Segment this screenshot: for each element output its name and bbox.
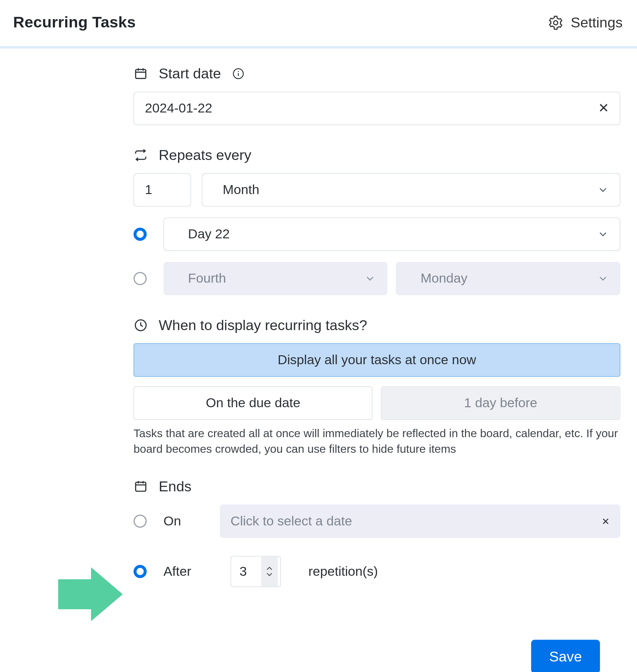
- display-option-day-before[interactable]: 1 day before: [381, 387, 620, 420]
- ends-on-date-input[interactable]: Click to select a date ✕: [220, 505, 620, 538]
- display-option-all-at-once[interactable]: Display all your tasks at once now: [133, 343, 620, 377]
- info-icon[interactable]: [232, 67, 245, 80]
- svg-rect-1: [136, 69, 146, 78]
- ends-after-radio[interactable]: [133, 565, 146, 578]
- display-option-all-at-once-label: Display all your tasks at once now: [278, 352, 476, 368]
- ends-after-label: After: [163, 564, 203, 580]
- repeat-by-ordinal-radio[interactable]: [133, 272, 146, 285]
- pointer-arrow-icon: [58, 564, 124, 624]
- ends-label: Ends: [159, 478, 192, 495]
- display-option-due-date-label: On the due date: [206, 395, 301, 411]
- svg-rect-5: [136, 482, 146, 491]
- repeat-weekday-select[interactable]: Monday: [396, 262, 620, 295]
- start-date-value: 2024-01-22: [145, 101, 213, 116]
- chevron-down-icon: [597, 228, 609, 240]
- repetitions-stepper[interactable]: 3: [231, 556, 281, 587]
- display-section: When to display recurring tasks? Display…: [133, 317, 620, 457]
- start-date-section: Start date 2024-01-22 ✕: [133, 65, 620, 125]
- repeat-ordinal-value: Fourth: [188, 271, 226, 286]
- display-option-due-date[interactable]: On the due date: [133, 387, 372, 420]
- repeat-unit-value: Month: [223, 182, 259, 198]
- chevron-up-icon: [267, 566, 273, 571]
- chevron-down-icon: [364, 272, 377, 285]
- svg-point-3: [238, 71, 239, 72]
- clear-date-icon[interactable]: ✕: [598, 101, 609, 116]
- repeat-ordinal-select[interactable]: Fourth: [163, 262, 388, 295]
- display-label: When to display recurring tasks?: [159, 317, 367, 334]
- repetitions-value: 3: [239, 564, 247, 580]
- repeats-section: Repeats every 1 Month Day 22: [133, 147, 620, 295]
- repeats-label: Repeats every: [159, 147, 251, 164]
- ends-on-label: On: [163, 514, 203, 529]
- chevron-down-icon: [597, 272, 609, 285]
- ends-section: Ends On Click to select a date ✕ After 3: [133, 478, 620, 587]
- save-button[interactable]: Save: [531, 640, 600, 672]
- ends-on-placeholder: Click to select a date: [231, 514, 352, 529]
- repeat-interval-input[interactable]: 1: [133, 173, 191, 207]
- repeat-icon: [133, 148, 148, 162]
- settings-label: Settings: [571, 14, 623, 31]
- svg-marker-6: [58, 567, 123, 621]
- save-button-label: Save: [549, 649, 582, 665]
- panel-header: Recurring Tasks Settings: [0, 0, 637, 49]
- display-help-text: Tasks that are created all at once will …: [133, 426, 620, 457]
- gear-icon: [548, 15, 563, 30]
- repeat-unit-select[interactable]: Month: [202, 173, 620, 207]
- svg-point-0: [553, 20, 558, 24]
- clear-ends-date-icon[interactable]: ✕: [602, 515, 609, 527]
- start-date-input[interactable]: 2024-01-22 ✕: [133, 92, 620, 125]
- display-option-day-before-label: 1 day before: [464, 395, 537, 411]
- panel-title: Recurring Tasks: [13, 13, 136, 32]
- clock-icon: [133, 318, 148, 332]
- chevron-down-icon: [597, 184, 609, 196]
- calendar-icon: [133, 67, 148, 81]
- settings-button[interactable]: Settings: [548, 14, 622, 31]
- repeat-interval-value: 1: [145, 182, 152, 198]
- stepper-arrows[interactable]: [261, 556, 278, 587]
- repeat-weekday-value: Monday: [421, 271, 468, 286]
- ends-on-radio[interactable]: [133, 515, 146, 528]
- repeat-day-value: Day 22: [188, 227, 230, 242]
- repeat-day-select[interactable]: Day 22: [163, 217, 620, 251]
- calendar-icon: [133, 480, 148, 494]
- start-date-label: Start date: [159, 65, 221, 82]
- repeat-by-day-radio[interactable]: [133, 228, 146, 241]
- repetitions-suffix: repetition(s): [308, 564, 378, 580]
- chevron-down-icon: [267, 572, 273, 577]
